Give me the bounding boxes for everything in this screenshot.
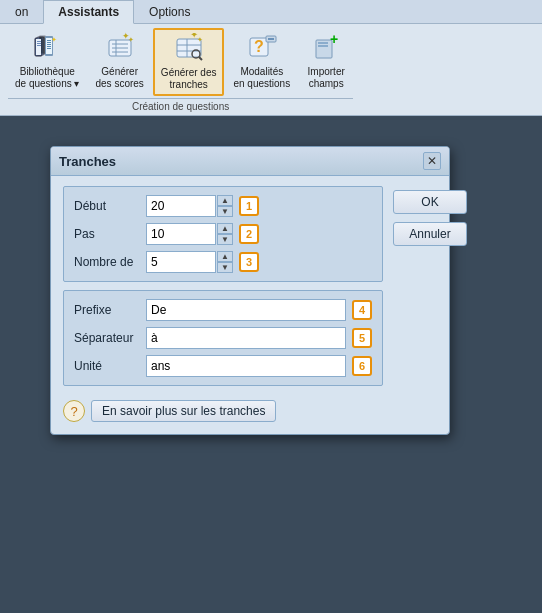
dialog-form: Début ▲ ▼ 1 Pa [63,186,383,424]
btn-bibliotheque[interactable]: ✦ Bibliothèquede questions ▾ [8,28,87,96]
debut-spinner: ▲ ▼ [217,195,233,217]
dialog-title: Tranches [59,154,116,169]
label-separateur: Séparateur [74,331,146,345]
svg-rect-12 [47,46,51,47]
help-icon: ? [63,400,85,422]
nombre-input-wrap: ▲ ▼ 3 [146,251,372,273]
ribbon-group-questions: ✦ Bibliothèquede questions ▾ [8,28,353,115]
svg-rect-13 [47,48,51,49]
row-separateur: Séparateur 5 [74,327,372,349]
prefixe-input-wrap: 4 [146,299,372,321]
btn-importer[interactable]: + Importerchamps [299,28,353,96]
nombre-spin-up[interactable]: ▲ [217,251,233,262]
ribbon-content: ✦ Bibliothèquede questions ▾ [0,24,542,115]
label-pas: Pas [74,227,146,241]
row-debut: Début ▲ ▼ 1 [74,195,372,217]
btn-bibliotheque-label: Bibliothèquede questions ▾ [15,66,80,90]
form-section-numeric: Début ▲ ▼ 1 Pa [63,186,383,282]
scores-icon: ✦ ✦ [104,32,136,64]
modalites-icon: ? [246,32,278,64]
books-icon: ✦ [31,32,63,64]
dialog-titlebar: Tranches ✕ [51,147,449,176]
pas-input[interactable] [146,223,216,245]
separateur-input[interactable] [146,327,346,349]
label-nombre: Nombre de [74,255,146,269]
main-area: Tranches ✕ Début ▲ [0,116,542,613]
svg-rect-5 [37,43,41,44]
nombre-spinner: ▲ ▼ [217,251,233,273]
separateur-input-wrap: 5 [146,327,372,349]
pas-spin-up[interactable]: ▲ [217,223,233,234]
importer-icon: + [310,32,342,64]
prefixe-input[interactable] [146,299,346,321]
row-pas: Pas ▲ ▼ 2 [74,223,372,245]
svg-rect-35 [318,42,328,44]
svg-rect-11 [47,44,51,45]
dialog-body: Début ▲ ▼ 1 Pa [51,176,449,434]
svg-text:✦: ✦ [197,36,203,43]
btn-modalites[interactable]: ? Modalitésen questions [226,28,297,96]
tab-options[interactable]: Options [134,0,205,24]
label-debut: Début [74,199,146,213]
ribbon-buttons: ✦ Bibliothèquede questions ▾ [8,28,353,96]
dialog-tranches: Tranches ✕ Début ▲ [50,146,450,435]
ok-button[interactable]: OK [393,190,467,214]
badge-prefixe: 4 [352,300,372,320]
pas-spinner: ▲ ▼ [217,223,233,245]
svg-text:?: ? [254,38,264,55]
svg-rect-36 [318,45,328,47]
help-button[interactable]: En savoir plus sur les tranches [91,400,276,422]
svg-line-29 [199,57,202,60]
btn-tranches-label: Générer destranches [161,67,217,91]
svg-text:+: + [330,32,338,47]
form-section-text: Prefixe 4 Séparateur 5 [63,290,383,386]
row-unite: Unité 6 [74,355,372,377]
dialog-close-button[interactable]: ✕ [423,152,441,170]
badge-nombre: 3 [239,252,259,272]
dialog-actions: OK Annuler [393,186,467,424]
badge-debut: 1 [239,196,259,216]
nombre-spin-down[interactable]: ▼ [217,262,233,273]
ribbon-section-label: Création de questions [8,98,353,115]
debut-spin-down[interactable]: ▼ [217,206,233,217]
ribbon: on Assistants Options [0,0,542,116]
svg-text:✦: ✦ [128,36,134,43]
tab-on[interactable]: on [0,0,43,24]
badge-pas: 2 [239,224,259,244]
label-prefixe: Prefixe [74,303,146,317]
label-unite: Unité [74,359,146,373]
svg-text:✦: ✦ [51,36,57,43]
btn-tranches[interactable]: ✦ ✦ Générer destranches [153,28,225,96]
nombre-input[interactable] [146,251,216,273]
btn-scores[interactable]: ✦ ✦ Générerdes scores [89,28,151,96]
pas-input-wrap: ▲ ▼ 2 [146,223,372,245]
badge-separateur: 5 [352,328,372,348]
badge-unite: 6 [352,356,372,376]
pas-spin-down[interactable]: ▼ [217,234,233,245]
tranches-icon: ✦ ✦ [173,33,205,65]
ribbon-tabs: on Assistants Options [0,0,542,24]
debut-spin-up[interactable]: ▲ [217,195,233,206]
btn-importer-label: Importerchamps [308,66,345,90]
debut-input[interactable] [146,195,216,217]
cancel-button[interactable]: Annuler [393,222,467,246]
unite-input-wrap: 6 [146,355,372,377]
svg-rect-4 [37,41,41,42]
unite-input[interactable] [146,355,346,377]
btn-scores-label: Générerdes scores [96,66,144,90]
help-row: ? En savoir plus sur les tranches [63,394,383,424]
debut-input-wrap: ▲ ▼ 1 [146,195,372,217]
row-prefixe: Prefixe 4 [74,299,372,321]
row-nombre: Nombre de ▲ ▼ 3 [74,251,372,273]
svg-rect-6 [37,45,41,46]
btn-modalites-label: Modalitésen questions [233,66,290,90]
tab-assistants[interactable]: Assistants [43,0,134,24]
